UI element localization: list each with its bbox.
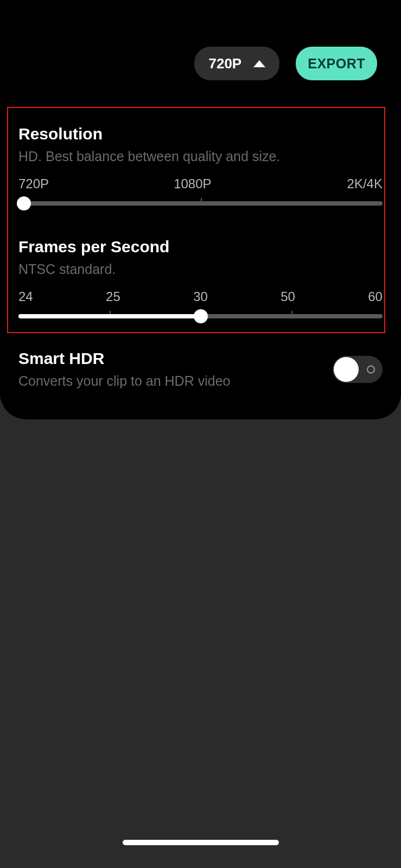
fps-tick: 50 <box>281 289 295 304</box>
top-bar: 720P EXPORT <box>194 47 377 80</box>
toggle-knob <box>334 357 359 382</box>
fps-tick: 25 <box>106 289 120 304</box>
resolution-slider-thumb[interactable] <box>17 196 31 210</box>
fps-slider-fill <box>18 314 201 318</box>
export-settings-panel: 720P EXPORT Resolution HD. Best balance … <box>0 0 401 419</box>
fps-slider-thumb[interactable] <box>194 309 208 323</box>
fps-section: Frames per Second NTSC standard. 24 25 3… <box>18 238 383 318</box>
smart-hdr-toggle[interactable] <box>333 356 383 383</box>
fps-tick: 24 <box>18 289 33 304</box>
smart-hdr-text: Smart HDR Converts your clip to an HDR v… <box>18 349 333 389</box>
resolution-tick: 1080P <box>174 176 211 192</box>
resolution-tick: 720P <box>18 176 49 192</box>
fps-slider[interactable] <box>18 314 383 318</box>
home-indicator[interactable] <box>123 840 279 845</box>
export-button-label: EXPORT <box>308 56 365 72</box>
slider-tick-mark <box>201 198 202 202</box>
resolution-tick-labels: 720P 1080P 2K/4K <box>18 176 383 192</box>
smart-hdr-title: Smart HDR <box>18 349 333 368</box>
smart-hdr-section: Smart HDR Converts your clip to an HDR v… <box>18 349 383 389</box>
resolution-section: Resolution HD. Best balance between qual… <box>18 125 383 206</box>
slider-tick-mark <box>291 311 292 315</box>
fps-tick-labels: 24 25 30 50 60 <box>18 289 383 304</box>
resolution-title: Resolution <box>18 125 383 143</box>
export-button[interactable]: EXPORT <box>296 47 377 80</box>
resolution-slider[interactable] <box>18 201 383 206</box>
resolution-dropdown-label: 720P <box>208 55 241 72</box>
resolution-subtitle: HD. Best balance between quality and siz… <box>18 149 383 164</box>
resolution-dropdown[interactable]: 720P <box>194 47 279 80</box>
resolution-tick: 2K/4K <box>347 176 383 192</box>
caret-up-icon <box>253 60 265 67</box>
fps-title: Frames per Second <box>18 238 383 256</box>
fps-tick: 60 <box>368 289 383 304</box>
fps-subtitle: NTSC standard. <box>18 261 383 277</box>
smart-hdr-subtitle: Converts your clip to an HDR video <box>18 373 333 389</box>
toggle-off-indicator-icon <box>367 365 375 373</box>
fps-tick: 30 <box>193 289 208 304</box>
